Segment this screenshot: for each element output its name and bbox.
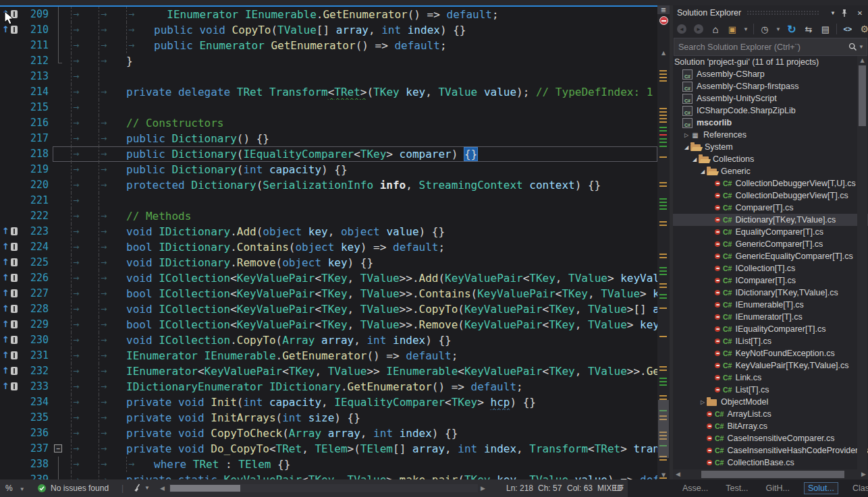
tree-item[interactable]: C#CaseInsensitiveHashCodeProvider.cs: [673, 444, 868, 457]
split-editor-handle[interactable]: ≣: [657, 5, 670, 14]
line-number[interactable]: 237: [20, 441, 53, 457]
view-code-button[interactable]: <>: [842, 23, 854, 35]
tree-item[interactable]: C#KeyValuePair[TKey,TValue].cs: [673, 359, 868, 372]
reference-gutter-icon[interactable]: ↑: [2, 304, 18, 313]
line-number[interactable]: 217: [20, 131, 53, 146]
panel-tab-solut[interactable]: Solut...: [804, 482, 838, 494]
refresh-button[interactable]: ↻: [786, 23, 798, 35]
tree-item[interactable]: C#CollectionBase.cs: [673, 457, 868, 469]
tree-item[interactable]: C#mscorlib: [673, 117, 868, 129]
code-line[interactable]: ↑225→→void IDictionary.Remove(object key…: [0, 255, 657, 270]
code-line[interactable]: 238→→→where TRet : TElem {}: [0, 457, 657, 472]
code-line[interactable]: 217→→public Dictionary() {}: [0, 131, 657, 146]
home-button[interactable]: ⌂: [709, 23, 722, 35]
tree-item[interactable]: ▷▦References: [673, 129, 868, 141]
expanded-arrow-icon[interactable]: ◢: [690, 156, 699, 163]
code-line[interactable]: 212→→}: [0, 53, 657, 69]
reference-gutter-icon[interactable]: ↑: [2, 366, 18, 375]
tree-item[interactable]: C#List[T].cs: [673, 384, 868, 396]
reference-gutter-icon[interactable]: ↑: [2, 258, 18, 266]
line-number[interactable]: 236: [20, 426, 53, 441]
line-number[interactable]: 216: [20, 115, 53, 131]
expanded-arrow-icon[interactable]: ◢: [699, 169, 707, 175]
code-line[interactable]: ↑229→→bool ICollection<KeyValuePair<TKey…: [0, 317, 657, 332]
collapsed-arrow-icon[interactable]: ▷: [682, 132, 690, 138]
expanded-arrow-icon[interactable]: ◢: [682, 144, 690, 150]
collapsed-arrow-icon[interactable]: ▷: [699, 399, 707, 405]
reference-gutter-icon[interactable]: ↑: [2, 289, 18, 297]
code-cleanup-broom-icon[interactable]: [132, 484, 142, 497]
tree-hscrollbar-thumb[interactable]: [701, 471, 844, 478]
editor-vertical-scrollbar[interactable]: ≣ ▲ ▼: [657, 5, 670, 479]
code-line[interactable]: 219→→public Dictionary(int capacity) {}: [0, 162, 657, 177]
code-line[interactable]: ↑227→→bool ICollection<KeyValuePair<TKey…: [0, 286, 657, 301]
line-number[interactable]: 221: [20, 193, 53, 208]
reference-gutter-icon[interactable]: ↑: [2, 351, 18, 359]
line-number[interactable]: 239: [20, 472, 53, 479]
code-line[interactable]: 237−→→private void Do_CopyTo<TRet, TElem…: [0, 441, 657, 457]
line-number[interactable]: 214: [20, 84, 53, 100]
show-all-files-button[interactable]: ▤: [819, 23, 832, 35]
line-number[interactable]: 212: [20, 53, 53, 69]
tree-item[interactable]: C#IEqualityComparer[T].cs: [673, 323, 868, 335]
pending-changes-filter-button[interactable]: ◷: [759, 23, 771, 35]
line-number[interactable]: 234: [20, 394, 53, 410]
tree-vertical-scrollbar[interactable]: ▲: [857, 56, 867, 469]
line-number[interactable]: 211: [20, 38, 53, 53]
tree-item[interactable]: C#Comparer[T].cs: [673, 202, 868, 214]
line-number[interactable]: 226: [20, 270, 53, 286]
line-number[interactable]: 230: [20, 332, 53, 348]
panel-tab-class[interactable]: Class...: [849, 483, 868, 494]
code-line[interactable]: 215→: [0, 100, 657, 115]
line-number[interactable]: 228: [20, 301, 53, 317]
nav-back-button[interactable]: ◄: [676, 23, 688, 35]
tree-item[interactable]: C#ICollection[T].cs: [673, 262, 868, 274]
code-line[interactable]: ↑230→→void ICollection.CopyTo(Array arra…: [0, 332, 657, 348]
code-line[interactable]: 236→→private void CopyToCheck(Array arra…: [0, 426, 657, 441]
code-line[interactable]: ↑223→→void IDictionary.Add(object key, o…: [0, 224, 657, 239]
tree-item[interactable]: ▷ObjectModel: [673, 396, 868, 408]
reference-gutter-icon[interactable]: ↑: [2, 382, 18, 390]
editor-horizontal-scrollbar[interactable]: [169, 484, 478, 492]
code-line[interactable]: 221→: [0, 193, 657, 208]
sync-with-active-document-button[interactable]: ⇆: [803, 23, 815, 35]
switch-views-dropdown-icon[interactable]: ▼: [743, 26, 749, 32]
tree-item[interactable]: ◢Generic: [673, 165, 868, 177]
tree-item[interactable]: C#IComparer[T].cs: [673, 274, 868, 287]
tree-item[interactable]: C#ArrayList.cs: [673, 408, 868, 420]
reference-gutter-icon[interactable]: ↑: [2, 335, 18, 344]
code-line[interactable]: 222→→// Methods: [0, 208, 657, 224]
code-line[interactable]: ↑232→→IEnumerator<KeyValuePair<TKey, TVa…: [0, 363, 657, 379]
code-line[interactable]: 220→→protected Dictionary(SerializationI…: [0, 177, 657, 193]
vertical-scrollbar-thumb[interactable]: [658, 400, 669, 458]
line-number[interactable]: 218: [20, 146, 53, 162]
search-options-dropdown-icon[interactable]: ▼: [859, 44, 864, 50]
tree-item[interactable]: C#IDictionary[TKey,TValue].cs: [673, 287, 868, 299]
tree-scrollbar-thumb[interactable]: [859, 65, 866, 126]
line-number[interactable]: 209: [20, 7, 53, 22]
tree-item[interactable]: Solution 'project-gui' (11 of 11 project…: [673, 56, 868, 68]
tree-item[interactable]: C#Assembly-CSharp: [673, 68, 868, 80]
tree-horizontal-scrollbar[interactable]: ◀ ▶: [673, 469, 868, 479]
panel-tab-test[interactable]: Test...: [722, 483, 751, 494]
search-icon[interactable]: [846, 41, 859, 53]
tree-item[interactable]: ◢System: [673, 141, 868, 153]
window-position-icon[interactable]: ▼: [828, 10, 838, 16]
line-number[interactable]: 213: [20, 69, 53, 84]
tree-item[interactable]: C#Link.cs: [673, 372, 868, 384]
search-input[interactable]: [674, 42, 846, 52]
code-line[interactable]: 216→→// Constructors: [0, 115, 657, 131]
panel-tab-asse[interactable]: Asse...: [679, 483, 711, 494]
pin-icon[interactable]: [841, 9, 852, 18]
tree-item[interactable]: C#CollectionDebuggerView[T,U].cs: [673, 177, 868, 189]
tree-item[interactable]: C#CollectionDebuggerView[T].cs: [673, 189, 868, 202]
code-line[interactable]: 213→: [0, 69, 657, 84]
tree-item[interactable]: ◢Collections: [673, 153, 868, 165]
tree-item[interactable]: C#Dictionary[TKey,TValue].cs: [673, 214, 868, 226]
hscroll-right-arrow[interactable]: ▶: [481, 479, 485, 497]
scroll-up-arrow[interactable]: ▲: [657, 50, 670, 56]
line-number[interactable]: 229: [20, 317, 53, 332]
reference-gutter-icon[interactable]: ↑: [2, 25, 18, 34]
code-line[interactable]: ↑209→→→ IEnumerator IEnumerable.GetEnume…: [0, 7, 657, 22]
line-number[interactable]: 220: [20, 177, 53, 193]
